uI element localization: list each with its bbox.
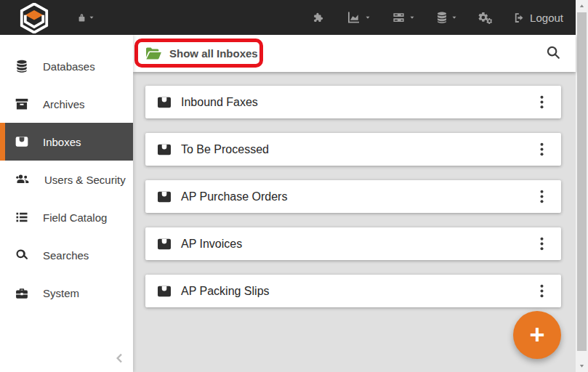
magnifier-icon: [15, 248, 29, 262]
inbox-icon: [157, 238, 172, 251]
content-area: Show all Inboxes I: [133, 35, 576, 372]
reports-dropdown[interactable]: [345, 10, 371, 25]
sidebar-item-label: Field Catalog: [43, 211, 107, 224]
archive-box-icon: [15, 97, 29, 111]
scroll-up-button[interactable]: [576, 0, 588, 12]
server-dropdown[interactable]: [391, 11, 416, 25]
caret-down-icon: [451, 14, 458, 21]
kebab-menu-icon: [540, 237, 544, 251]
users-group-icon: [15, 172, 31, 187]
sidebar-collapse-button[interactable]: [114, 352, 126, 368]
scrollbar-thumb[interactable]: [577, 12, 587, 351]
area-chart-icon: [345, 10, 362, 25]
inbox-icon: [157, 143, 172, 156]
inbox-menu-button[interactable]: [529, 232, 554, 256]
main-column: Logout Databases Archives: [0, 0, 576, 372]
inbox-name: To Be Processed: [181, 143, 269, 156]
sidebar-item-field-catalog[interactable]: Field Catalog: [0, 198, 133, 236]
inbox-menu-button[interactable]: [529, 185, 554, 209]
show-all-inboxes-button[interactable]: Show all Inboxes: [145, 46, 258, 60]
show-all-inboxes-label: Show all Inboxes: [169, 47, 258, 60]
caret-down-icon: [408, 14, 416, 21]
sidebar-item-label: Users & Security: [44, 174, 126, 186]
sidebar-item-archives[interactable]: Archives: [0, 85, 133, 123]
sidebar-item-databases[interactable]: Databases: [0, 47, 133, 85]
briefcase-icon: [15, 286, 29, 300]
add-inbox-fab[interactable]: +: [513, 311, 561, 359]
lock-dropdown[interactable]: [76, 12, 95, 24]
plus-icon: +: [529, 320, 544, 349]
caret-down-icon: [88, 14, 95, 21]
inbox-card-ap-packing-slips[interactable]: AP Packing Slips: [145, 275, 561, 307]
inbox-icon: [157, 190, 172, 203]
sidebar-item-system[interactable]: System: [0, 274, 133, 312]
inbox-name: Inbound Faxes: [181, 96, 258, 109]
lock-icon: [76, 12, 88, 24]
open-folder-icon: [145, 46, 162, 60]
database-icon: [15, 59, 29, 73]
sidebar-item-label: Archives: [43, 98, 85, 110]
database-dropdown[interactable]: [435, 10, 458, 25]
inbox-menu-button[interactable]: [529, 90, 554, 115]
sidebar-item-label: System: [43, 287, 79, 299]
top-navbar: Logout: [0, 0, 576, 35]
scroll-up-icon: [579, 3, 585, 9]
inbox-card-ap-purchase-orders[interactable]: AP Purchase Orders: [145, 180, 561, 213]
inbox-card-ap-invoices[interactable]: AP Invoices: [145, 227, 561, 260]
search-icon: [545, 44, 561, 60]
inbox-menu-button[interactable]: [529, 137, 554, 162]
database-icon: [435, 10, 448, 25]
topbar-actions: Logout: [312, 10, 563, 25]
sidebar-item-searches[interactable]: Searches: [0, 236, 133, 274]
scroll-down-icon: [579, 363, 585, 369]
search-button[interactable]: [545, 44, 561, 63]
inbox-card-to-be-processed[interactable]: To Be Processed: [145, 133, 561, 166]
kebab-menu-icon: [540, 284, 544, 298]
sidebar-item-label: Databases: [43, 60, 95, 73]
settings-button[interactable]: [478, 10, 494, 25]
sidebar-nav: Databases Archives Inboxes: [0, 35, 133, 372]
sidebar-item-users-security[interactable]: Users & Security: [0, 161, 133, 198]
logout-label: Logout: [530, 12, 563, 24]
sidebar-item-label: Searches: [43, 249, 89, 262]
app-window: Logout Databases Archives: [0, 0, 588, 372]
list-icon: [15, 210, 29, 225]
puzzle-piece-button[interactable]: [312, 11, 326, 25]
logout-button[interactable]: Logout: [513, 12, 563, 24]
inbox-name: AP Packing Slips: [181, 285, 270, 298]
inbox-icon: [15, 134, 29, 149]
sidebar-item-inboxes[interactable]: Inboxes: [0, 123, 133, 161]
kebab-menu-icon: [540, 95, 544, 109]
sign-out-icon: [513, 12, 525, 24]
content-header: Show all Inboxes: [133, 35, 576, 72]
inbox-card-inbound-faxes[interactable]: Inbound Faxes: [145, 86, 561, 118]
server-list-icon: [391, 11, 406, 25]
chevron-left-icon: [114, 352, 126, 365]
inbox-list: Inbound Faxes To Be Processed: [133, 72, 576, 322]
inbox-menu-button[interactable]: [529, 279, 554, 304]
puzzle-piece-icon: [312, 11, 326, 25]
sidebar-item-label: Inboxes: [43, 136, 81, 148]
inbox-name: AP Invoices: [181, 238, 242, 251]
kebab-menu-icon: [540, 190, 544, 203]
inbox-name: AP Purchase Orders: [181, 190, 287, 203]
gears-icon: [478, 10, 494, 25]
inbox-icon: [157, 285, 172, 298]
scroll-down-button[interactable]: [576, 360, 588, 372]
inbox-icon: [157, 96, 172, 109]
kebab-menu-icon: [540, 142, 544, 156]
caret-down-icon: [364, 14, 371, 21]
square9-cube-logo: [19, 3, 49, 33]
vertical-scrollbar[interactable]: [576, 0, 588, 372]
body-area: Databases Archives Inboxes: [0, 35, 576, 372]
